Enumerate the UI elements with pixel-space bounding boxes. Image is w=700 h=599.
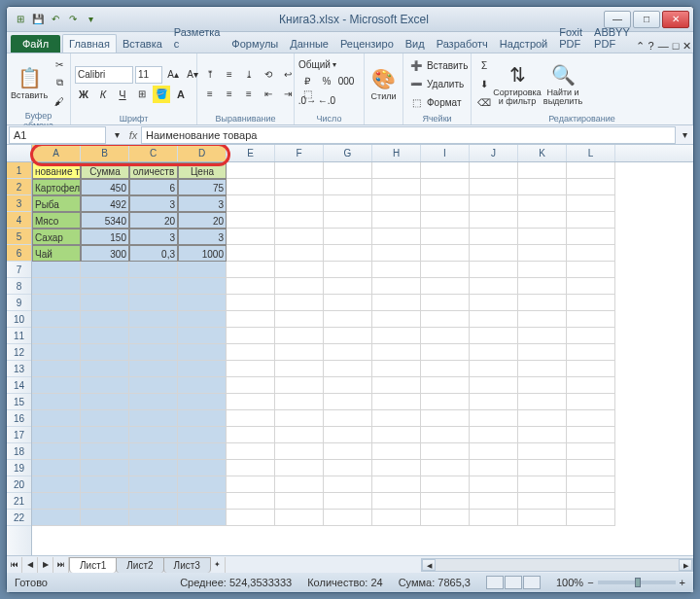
horizontal-scrollbar[interactable]: ◀ ▶: [421, 558, 693, 572]
row-header[interactable]: 13: [7, 361, 31, 377]
cell[interactable]: [227, 179, 275, 195]
cell[interactable]: 3: [178, 229, 227, 245]
cell[interactable]: [32, 328, 81, 344]
cell[interactable]: [81, 476, 129, 493]
cell[interactable]: [421, 493, 470, 510]
maximize-button[interactable]: □: [633, 11, 660, 28]
tab-foxit[interactable]: Foxit PDF: [553, 23, 588, 53]
cell[interactable]: [275, 410, 324, 427]
cell[interactable]: 75: [178, 179, 227, 195]
cell[interactable]: [421, 311, 470, 328]
cell[interactable]: [470, 394, 518, 410]
cell[interactable]: [518, 229, 567, 245]
cell[interactable]: [81, 278, 129, 295]
cell[interactable]: [275, 510, 324, 526]
col-header[interactable]: E: [227, 145, 275, 161]
cell[interactable]: 3: [129, 229, 178, 245]
cell[interactable]: [567, 476, 615, 493]
cell[interactable]: [324, 510, 372, 526]
delete-cells-button[interactable]: ➖Удалить: [407, 76, 468, 93]
cell[interactable]: [129, 443, 178, 460]
save-icon[interactable]: 💾: [30, 12, 46, 27]
cell[interactable]: [81, 295, 129, 311]
cell[interactable]: [470, 212, 518, 229]
col-header[interactable]: L: [567, 145, 615, 161]
cell[interactable]: [178, 394, 227, 410]
doc-close-icon[interactable]: ✕: [682, 40, 691, 53]
redo-icon[interactable]: ↷: [65, 12, 81, 27]
window-restore-icon[interactable]: □: [673, 40, 680, 53]
align-middle-icon[interactable]: ≡: [221, 66, 238, 84]
cell[interactable]: 492: [81, 195, 129, 212]
cell[interactable]: [129, 295, 178, 311]
cell[interactable]: [421, 245, 470, 262]
align-bottom-icon[interactable]: ⤓: [240, 66, 258, 84]
cell[interactable]: [324, 410, 372, 427]
cell[interactable]: [518, 179, 567, 195]
cell[interactable]: [32, 278, 81, 295]
cell[interactable]: [372, 427, 421, 443]
cell[interactable]: [81, 510, 129, 526]
cell[interactable]: [129, 460, 178, 476]
cell[interactable]: [372, 295, 421, 311]
worksheet[interactable]: A B C D E F G H I J K L 1234567891011121…: [7, 145, 693, 555]
cell[interactable]: [421, 295, 470, 311]
namebox-dropdown-icon[interactable]: ▾: [108, 126, 125, 144]
cell[interactable]: [324, 344, 372, 361]
cell[interactable]: [275, 311, 324, 328]
cell[interactable]: [227, 162, 275, 179]
cell[interactable]: [129, 328, 178, 344]
cell[interactable]: [567, 344, 615, 361]
cell[interactable]: [178, 344, 227, 361]
row-header[interactable]: 20: [7, 476, 31, 493]
cell[interactable]: [129, 361, 178, 377]
row-header[interactable]: 1: [7, 162, 31, 179]
align-left-icon[interactable]: ≡: [201, 86, 219, 103]
cell[interactable]: [470, 278, 518, 295]
cell[interactable]: [178, 427, 227, 443]
cell[interactable]: [470, 162, 518, 179]
cell[interactable]: Картофел: [32, 179, 81, 195]
cell[interactable]: [324, 278, 372, 295]
cell[interactable]: [81, 262, 129, 278]
col-header[interactable]: F: [275, 145, 324, 161]
cell[interactable]: [81, 443, 129, 460]
cell[interactable]: [470, 460, 518, 476]
cell[interactable]: [518, 295, 567, 311]
cell[interactable]: [372, 162, 421, 179]
cell[interactable]: [227, 394, 275, 410]
zoom-slider[interactable]: [598, 581, 676, 584]
cell[interactable]: 0,3: [129, 245, 178, 262]
insert-cells-button[interactable]: ➕Вставить: [407, 57, 468, 75]
cell[interactable]: [470, 344, 518, 361]
cell[interactable]: [227, 377, 275, 394]
tab-developer[interactable]: Разработч: [431, 35, 494, 53]
cell[interactable]: [324, 311, 372, 328]
cell[interactable]: Цена: [178, 162, 227, 179]
cell[interactable]: [324, 493, 372, 510]
cell[interactable]: [227, 262, 275, 278]
cell[interactable]: [567, 278, 615, 295]
cell[interactable]: [81, 427, 129, 443]
cell[interactable]: [470, 510, 518, 526]
cell[interactable]: [372, 195, 421, 212]
paste-button[interactable]: 📋 Вставить: [11, 55, 48, 110]
cell[interactable]: [518, 476, 567, 493]
cut-icon[interactable]: ✂: [51, 55, 68, 73]
cell[interactable]: [275, 278, 324, 295]
cell[interactable]: [470, 179, 518, 195]
row-header[interactable]: 2: [7, 179, 31, 195]
cell[interactable]: [421, 162, 470, 179]
cell[interactable]: [32, 410, 81, 427]
cell[interactable]: [227, 344, 275, 361]
cell[interactable]: [518, 311, 567, 328]
cell[interactable]: [421, 460, 470, 476]
cell[interactable]: [178, 493, 227, 510]
cell[interactable]: [421, 212, 470, 229]
cell[interactable]: [567, 295, 615, 311]
cell[interactable]: [129, 394, 178, 410]
cell[interactable]: [178, 278, 227, 295]
cell[interactable]: [372, 493, 421, 510]
cell[interactable]: [518, 443, 567, 460]
cell[interactable]: [178, 311, 227, 328]
